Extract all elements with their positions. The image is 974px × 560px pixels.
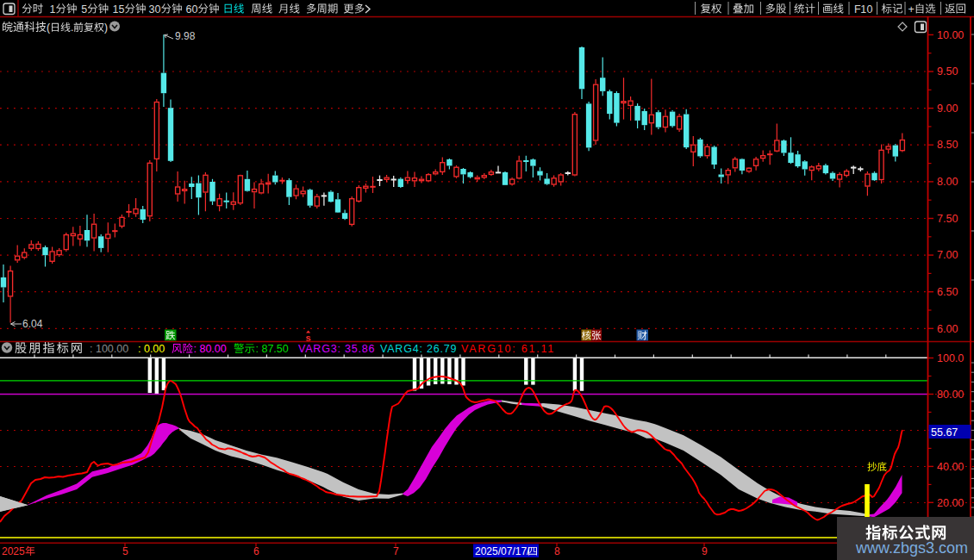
svg-text:www.zbgs3.com: www.zbgs3.com	[855, 539, 968, 557]
svg-text:9.50: 9.50	[937, 65, 958, 78]
svg-text:.: .	[71, 22, 73, 34]
svg-text:8.00: 8.00	[937, 176, 958, 188]
svg-text:5: 5	[81, 3, 87, 16]
svg-text:VARG10: 61.11: VARG10: 61.11	[461, 343, 555, 355]
svg-text:0: 0	[192, 3, 198, 16]
svg-text:6: 6	[253, 545, 259, 557]
svg-text:(: (	[47, 22, 50, 34]
svg-text:8.50: 8.50	[937, 139, 958, 151]
svg-text:: 80.00: : 80.00	[194, 343, 227, 355]
svg-text:: 87.50: : 87.50	[256, 343, 289, 355]
svg-text:5: 5	[119, 3, 125, 16]
svg-text:40.00: 40.00	[937, 461, 964, 473]
svg-text:6: 6	[186, 3, 192, 16]
svg-text:9.00: 9.00	[937, 103, 958, 115]
svg-text:20.00: 20.00	[937, 497, 964, 509]
svg-text:+: +	[908, 3, 915, 16]
svg-text:: 0.00: : 0.00	[138, 343, 165, 355]
svg-text:7: 7	[393, 545, 399, 557]
svg-text:80.00: 80.00	[937, 389, 964, 401]
svg-text:VARG3: 35.86: VARG3: 35.86	[298, 343, 375, 355]
svg-text:7.00: 7.00	[937, 249, 958, 261]
svg-text:2025: 2025	[2, 545, 25, 557]
svg-text:): )	[104, 22, 108, 34]
svg-text:2025/07/17/: 2025/07/17/	[475, 545, 530, 557]
svg-text:9.98: 9.98	[175, 30, 196, 42]
svg-text:55.67: 55.67	[931, 426, 958, 439]
svg-text:0: 0	[155, 3, 161, 16]
svg-text:0: 0	[866, 3, 872, 16]
svg-text:5: 5	[122, 545, 128, 557]
svg-text:: 100.00: : 100.00	[90, 343, 128, 355]
svg-text:7.50: 7.50	[937, 213, 958, 225]
svg-text:6.50: 6.50	[937, 286, 958, 298]
svg-text:1: 1	[50, 3, 56, 16]
svg-text:3: 3	[149, 3, 155, 16]
svg-text:100.0: 100.0	[937, 352, 964, 364]
svg-text:1: 1	[860, 3, 866, 16]
svg-text:VARG4: 26.79: VARG4: 26.79	[380, 343, 457, 355]
svg-text:1: 1	[113, 3, 119, 16]
svg-text:6.04: 6.04	[22, 318, 43, 330]
svg-text:9: 9	[702, 545, 708, 557]
svg-text:8: 8	[554, 545, 560, 557]
svg-text:6.00: 6.00	[937, 323, 958, 335]
svg-text:10.00: 10.00	[937, 29, 964, 41]
